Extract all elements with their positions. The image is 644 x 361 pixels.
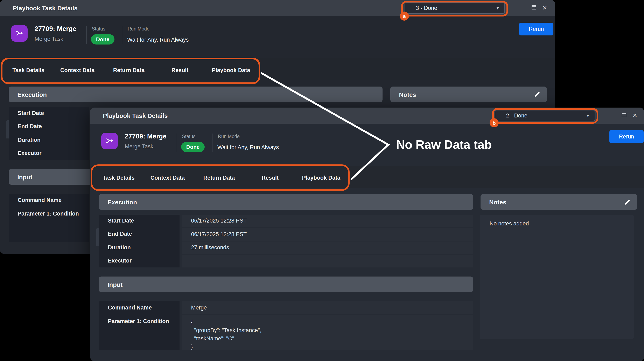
rerun-button[interactable]: Rerun (610, 130, 644, 143)
field-label: Executor (18, 150, 42, 156)
pencil-icon (534, 91, 540, 98)
run-mode-value: Wait for Any, Run Always (127, 37, 189, 43)
field-label: Command Name (108, 304, 152, 311)
run-mode-label: Run Mode (128, 26, 150, 31)
instance-dropdown[interactable]: 2 - Done ▼ (495, 110, 595, 121)
status-label: Status (182, 134, 196, 139)
maximize-button[interactable] (532, 5, 536, 10)
divider (122, 26, 122, 44)
task-title: 27709: Merge (34, 25, 76, 33)
tab-result[interactable]: Result (155, 67, 205, 73)
task-icon-tile (11, 25, 28, 42)
field-label: Executor (108, 258, 132, 264)
value-cell: 06/17/2025 12:28 PST (182, 215, 473, 227)
run-mode-value: Wait for Any, Run Always (218, 144, 279, 150)
run-mode-label: Run Mode (218, 134, 240, 139)
divider (212, 134, 212, 152)
status-badge: Done (181, 142, 205, 152)
pencil-icon (624, 198, 630, 205)
page: Playbook Task Details 3 - Done ▼ ✕ 27709… (0, 0, 644, 361)
execution-header: Execution (99, 194, 473, 210)
tab-task-details[interactable]: Task Details (94, 175, 143, 181)
value-cell (182, 255, 473, 267)
notes-empty-text: No notes added (490, 220, 634, 227)
value-cell: 06/17/2025 12:28 PST (182, 228, 473, 240)
field-label: Parameter 1: Condition (18, 211, 79, 217)
dropdown-value: 3 - Done (416, 5, 437, 11)
tab-return-data[interactable]: Return Data (104, 67, 154, 73)
status-badge: Done (91, 34, 114, 45)
field-label: Duration (108, 244, 131, 251)
tab-context-data[interactable]: Context Data (53, 67, 102, 73)
tab-return-data[interactable]: Return Data (194, 175, 244, 181)
task-icon-tile (101, 133, 118, 149)
divider (86, 26, 87, 44)
window-front: Playbook Task Details 2 - Done ▼ ✕ 27709… (90, 108, 644, 361)
notes-header: Notes (390, 87, 547, 102)
window-title: Playbook Task Details (103, 108, 168, 124)
chevron-down-icon: ▼ (586, 114, 590, 118)
tab-context-data[interactable]: Context Data (143, 175, 192, 181)
notes-body: No notes added (480, 215, 634, 339)
merge-icon (105, 136, 114, 145)
titlebar[interactable]: Playbook Task Details 2 - Done ▼ ✕ (90, 108, 644, 124)
notes-header: Notes (480, 194, 637, 210)
edit-notes-button[interactable] (623, 198, 631, 206)
rerun-button[interactable]: Rerun (519, 23, 554, 36)
execution-header: Execution (9, 87, 382, 102)
window-title: Playbook Task Details (13, 0, 78, 16)
input-header: Input (99, 276, 473, 292)
parameter-condition-value: { "groupBy": "Task Instance", "taskName"… (182, 315, 473, 351)
dropdown-value: 2 - Done (506, 113, 528, 119)
merge-icon (15, 29, 24, 38)
maximize-button[interactable] (622, 113, 626, 117)
notes-title: Notes (399, 91, 416, 98)
tab-playbook-data[interactable]: Playbook Data (206, 67, 256, 73)
tab-task-details[interactable]: Task Details (4, 67, 53, 73)
field-label: Parameter 1: Condition (108, 318, 169, 324)
task-subtitle: Merge Task (34, 36, 63, 42)
field-label: End Date (18, 123, 42, 129)
close-button[interactable]: ✕ (542, 4, 547, 12)
execution-title: Execution (108, 198, 137, 205)
task-subtitle: Merge Task (125, 143, 154, 150)
value-cell: Merge (182, 301, 473, 314)
instance-dropdown[interactable]: 3 - Done ▼ (405, 3, 505, 14)
end-date-value: 06/17/2025 12:28 PST (191, 228, 473, 240)
command-name-value: Merge (191, 301, 473, 314)
field-label: Command Name (18, 197, 62, 203)
value-cell: { "groupBy": "Task Instance", "taskName"… (182, 315, 473, 350)
divider (177, 134, 177, 152)
start-date-value: 06/17/2025 12:28 PST (191, 215, 473, 227)
value-cell: 27 milliseconds (182, 241, 473, 254)
tab-playbook-data[interactable]: Playbook Data (296, 175, 346, 181)
field-label: Duration (18, 137, 40, 143)
task-title: 27709: Merge (125, 133, 166, 140)
titlebar[interactable]: Playbook Task Details 3 - Done ▼ ✕ (0, 0, 555, 16)
close-button[interactable]: ✕ (632, 112, 637, 119)
duration-value: 27 milliseconds (191, 241, 473, 254)
notes-title: Notes (489, 198, 506, 205)
input-title: Input (17, 173, 32, 180)
field-label: End Date (108, 231, 132, 237)
edit-notes-button[interactable] (533, 90, 541, 99)
input-title: Input (108, 281, 122, 288)
chevron-down-icon: ▼ (496, 6, 500, 10)
field-label: Start Date (18, 110, 44, 116)
execution-title: Execution (17, 91, 47, 98)
tab-result[interactable]: Result (246, 175, 295, 181)
field-label: Start Date (108, 218, 134, 224)
status-label: Status (92, 26, 105, 31)
